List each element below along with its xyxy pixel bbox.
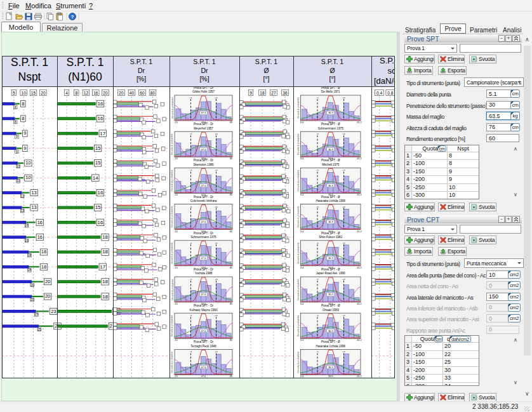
svg-text:(N1)60: (N1)60 — [68, 70, 102, 83]
svg-text:Dr: Dr — [201, 67, 208, 74]
svg-text:Densità di probabilità: Densità di probabilità — [297, 206, 300, 228]
svg-text:-s: -s — [317, 350, 319, 353]
svg-text:0.4: 0.4 — [376, 91, 382, 95]
svg-text:85: 85 — [230, 121, 232, 124]
svg-text:Ø: Ø — [329, 67, 335, 74]
svg-text:10: 10 — [25, 160, 30, 166]
svg-text:De Mello 1971: De Mello 1971 — [321, 90, 340, 93]
svg-text:4: 4 — [65, 91, 68, 95]
svg-text:-s: -s — [317, 314, 319, 317]
svg-text:Meyerhof 1957: Meyerhof 1957 — [194, 127, 213, 130]
svg-text:13: 13 — [20, 194, 24, 198]
svg-text:Dr: Dr — [138, 67, 145, 74]
svg-text:-s: -s — [190, 350, 192, 353]
svg-text:41.2: 41.2 — [357, 157, 361, 160]
svg-text:85: 85 — [230, 267, 232, 269]
svg-text:15: 15 — [95, 145, 101, 151]
svg-text:S.P.T. 1: S.P.T. 1 — [130, 58, 153, 65]
svg-text:-15: -15 — [174, 121, 178, 124]
svg-text:25: 25 — [37, 328, 41, 331]
svg-text:10: 10 — [25, 175, 30, 180]
svg-text:20: 20 — [30, 298, 34, 302]
svg-text:Kulhawy Mayne 1990: Kulhawy Mayne 1990 — [190, 309, 218, 312]
svg-text:-15: -15 — [174, 194, 178, 196]
svg-text:85: 85 — [230, 157, 232, 160]
svg-text:+s: +s — [215, 350, 218, 353]
svg-text:13: 13 — [31, 204, 36, 210]
svg-text:Prova SPT - Dr: Prova SPT - Dr — [194, 268, 214, 271]
svg-text:47.6: 47.6 — [201, 375, 206, 378]
svg-text:3.4: 3.4 — [300, 194, 303, 196]
svg-text:10: 10 — [17, 179, 20, 183]
svg-text:+s: +s — [215, 206, 218, 208]
svg-text:20: 20 — [45, 279, 50, 284]
svg-text:Shioi Fukuni 1982: Shioi Fukuni 1982 — [319, 236, 342, 239]
svg-text:20: 20 — [41, 91, 46, 95]
svg-text:3.4: 3.4 — [300, 230, 303, 233]
svg-text:36.9: 36.9 — [328, 148, 334, 151]
svg-text:Nspt: Nspt — [18, 70, 41, 83]
svg-text:Prova SPT - Dr: Prova SPT - Dr — [194, 340, 214, 343]
svg-text:Densità di probabilità: Densità di probabilità — [297, 170, 300, 192]
svg-text:Prova SPT - Dr: Prova SPT - Dr — [194, 159, 214, 162]
svg-text:Densità di probabilità: Densità di probabilità — [171, 97, 174, 119]
svg-text:41.2: 41.2 — [357, 375, 361, 378]
svg-text:36.9: 36.9 — [328, 184, 334, 187]
svg-text:Prova SPT - Dr: Prova SPT - Dr — [194, 196, 214, 199]
svg-text:16: 16 — [98, 116, 103, 121]
svg-text:8: 8 — [15, 120, 17, 124]
svg-text:Yoshida 1988: Yoshida 1988 — [195, 272, 213, 275]
svg-text:Prova SPT - Ø: Prova SPT - Ø — [321, 304, 340, 307]
svg-text:Prova SPT - Dr: Prova SPT - Dr — [194, 304, 214, 307]
svg-text:+s: +s — [215, 169, 218, 171]
svg-text:Ø: Ø — [263, 67, 269, 74]
svg-text:47.6: 47.6 — [201, 256, 207, 260]
svg-text:Japan Road Ass. 1990: Japan Road Ass. 1990 — [316, 272, 346, 275]
svg-text:18: 18 — [102, 249, 108, 255]
svg-text:20: 20 — [30, 283, 34, 287]
svg-text:3.4: 3.4 — [300, 157, 303, 160]
svg-text:-s: -s — [190, 242, 192, 244]
svg-text:Hatanaka Uchida 1996: Hatanaka Uchida 1996 — [316, 345, 345, 348]
svg-text:Densità di probabilità: Densità di probabilità — [171, 316, 174, 337]
svg-text:Hatanaka Uchida 1996: Hatanaka Uchida 1996 — [316, 199, 345, 203]
svg-text:-15: -15 — [174, 230, 178, 233]
svg-text:36.9: 36.9 — [328, 366, 334, 369]
svg-text:-s: -s — [317, 206, 319, 208]
svg-text:9: 9 — [23, 130, 26, 136]
svg-text:-15: -15 — [174, 267, 178, 269]
svg-text:Schmertmann 1975: Schmertmann 1975 — [190, 236, 216, 239]
svg-text:+s: +s — [215, 96, 218, 99]
svg-text:-15: -15 — [174, 303, 178, 305]
svg-text:80: 80 — [150, 91, 156, 95]
svg-text:8: 8 — [15, 105, 17, 109]
svg-text:3.4: 3.4 — [300, 375, 303, 378]
svg-text:+s: +s — [343, 206, 345, 208]
svg-text:16: 16 — [25, 239, 29, 243]
svg-text:S.P.T. 1: S.P.T. 1 — [66, 56, 103, 69]
svg-text:+s: +s — [215, 242, 218, 244]
svg-text:16: 16 — [98, 220, 103, 225]
svg-text:S.P.T. 1: S.P.T. 1 — [321, 58, 344, 65]
svg-text:Prova SPT - Ø: Prova SPT - Ø — [321, 340, 340, 343]
svg-text:Densità di probabilità: Densità di probabilità — [297, 352, 300, 373]
svg-text:S.P.T. 1: S.P.T. 1 — [380, 56, 401, 65]
svg-text:[%]: [%] — [136, 75, 146, 83]
svg-text:Prova SPT - Dr: Prova SPT - Dr — [194, 123, 214, 126]
svg-text:85: 85 — [230, 303, 232, 305]
svg-text:-s: -s — [190, 169, 192, 171]
svg-text:85: 85 — [230, 339, 232, 342]
svg-text:Cubrinovski Ishihara: Cubrinovski Ishihara — [190, 199, 217, 203]
svg-text:+s: +s — [215, 278, 218, 281]
svg-text:Gibbs Holtz 1957: Gibbs Holtz 1957 — [192, 90, 215, 93]
svg-text:Prova SPT - Dr: Prova SPT - Dr — [194, 232, 214, 235]
svg-text:S.P.T. 1: S.P.T. 1 — [11, 56, 48, 69]
svg-text:Prova SPT - Ø: Prova SPT - Ø — [321, 232, 340, 235]
svg-text:9: 9 — [16, 150, 18, 154]
svg-text:S.P.T. 1: S.P.T. 1 — [255, 58, 278, 65]
svg-text:16: 16 — [93, 91, 98, 95]
svg-text:Schmertmann 1975: Schmertmann 1975 — [318, 127, 344, 130]
svg-text:17: 17 — [100, 264, 105, 270]
svg-text:20: 20 — [103, 91, 108, 95]
svg-text:Ohsaki 1959: Ohsaki 1959 — [323, 309, 339, 312]
